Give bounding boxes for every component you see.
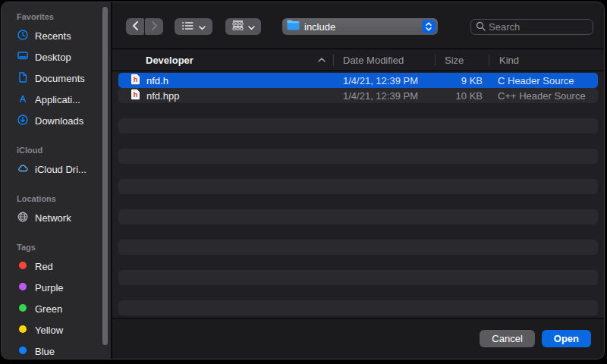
- column-label: Date Modified: [343, 55, 404, 66]
- cloud-icon: [17, 162, 29, 177]
- dialog-footer: Cancel Open: [112, 318, 604, 359]
- tag-dot-purple-icon: [17, 281, 29, 295]
- search-input[interactable]: [489, 21, 580, 33]
- sidebar-item-desktop[interactable]: Desktop: [2, 46, 111, 67]
- open-button[interactable]: Open: [542, 330, 591, 347]
- downloads-icon: [17, 114, 29, 128]
- empty-row: [112, 300, 604, 315]
- chevron-down-icon: [248, 21, 255, 33]
- empty-row: [112, 240, 604, 255]
- clock-icon: [17, 29, 29, 43]
- open-file-dialog: Favorites Recents Desktop Documents Appl…: [1, 2, 605, 359]
- popup-stepper-icon: [422, 20, 436, 33]
- column-header-name[interactable]: Developer: [112, 55, 333, 66]
- empty-row: [112, 209, 604, 224]
- sidebar-section-icloud: iCloud: [17, 143, 111, 157]
- toolbar: include: [112, 2, 604, 49]
- sidebar-section-locations: Locations: [17, 192, 111, 206]
- sidebar-item-label: Red: [35, 261, 53, 272]
- globe-icon: [17, 211, 29, 225]
- cancel-button[interactable]: Cancel: [480, 330, 534, 347]
- svg-text:h: h: [134, 91, 138, 99]
- sidebar-section-tags: Tags: [17, 240, 111, 254]
- sort-ascending-icon: [318, 58, 326, 62]
- sidebar-item-tag-blue[interactable]: Blue: [2, 340, 111, 359]
- sidebar-item-label: Recents: [35, 30, 71, 42]
- sidebar-item-documents[interactable]: Documents: [2, 67, 111, 89]
- chevron-down-icon: [199, 21, 206, 33]
- table-header: Developer Date Modified Size Kind: [112, 49, 604, 71]
- group-view-icon: [232, 20, 244, 33]
- sidebar-item-label: Downloads: [35, 115, 83, 127]
- tag-dot-yellow-icon: [17, 323, 29, 337]
- sidebar-item-tag-purple[interactable]: Purple: [2, 277, 111, 298]
- sidebar-item-icloud-drive[interactable]: iCloud Dri...: [2, 158, 111, 180]
- empty-row: [112, 224, 604, 240]
- file-row-nfd-hpp[interactable]: h nfd.hpp 1/4/21, 12:39 PM 10 KB C++ Hea…: [112, 88, 604, 103]
- empty-row: [112, 255, 604, 270]
- empty-row: [112, 149, 604, 164]
- sidebar-item-label: Applicati...: [35, 94, 80, 105]
- chevron-left-icon: [132, 21, 139, 33]
- sidebar-item-network[interactable]: Network: [2, 207, 111, 228]
- file-date-modified: 1/4/21, 12:39 PM: [333, 75, 434, 86]
- h-header-file-icon: h: [131, 74, 140, 87]
- forward-button[interactable]: [145, 18, 163, 35]
- sidebar-item-downloads[interactable]: Downloads: [2, 110, 111, 131]
- file-date-modified: 1/4/21, 12:39 PM: [333, 90, 434, 102]
- folder-icon: [287, 20, 300, 33]
- sidebar-scrollbar[interactable]: [102, 7, 108, 345]
- back-button[interactable]: [126, 18, 144, 35]
- sidebar-item-label: iCloud Dri...: [35, 164, 86, 175]
- empty-row: [112, 118, 604, 133]
- svg-text:h: h: [134, 76, 138, 83]
- empty-row: [112, 179, 604, 194]
- tag-dot-red-icon: [17, 259, 29, 274]
- search-field[interactable]: [470, 19, 593, 35]
- file-list: h nfd.h 1/4/21, 12:39 PM 9 KB C Header S…: [112, 73, 604, 319]
- sidebar-item-label: Documents: [35, 73, 85, 84]
- file-row-nfd-h[interactable]: h nfd.h 1/4/21, 12:39 PM 9 KB C Header S…: [112, 73, 604, 88]
- sidebar: Favorites Recents Desktop Documents Appl…: [2, 2, 111, 359]
- sidebar-item-label: Blue: [35, 346, 55, 357]
- empty-row: [112, 194, 604, 209]
- sidebar-item-label: Yellow: [35, 325, 63, 336]
- sidebar-item-label: Purple: [35, 282, 64, 293]
- file-name: nfd.h: [146, 75, 168, 86]
- file-kind: C++ Header Source: [487, 90, 604, 102]
- file-size: 10 KB: [434, 90, 487, 102]
- column-header-size[interactable]: Size: [436, 55, 489, 66]
- empty-row: [112, 270, 604, 285]
- sidebar-item-tag-red[interactable]: Red: [2, 256, 111, 277]
- empty-row: [112, 285, 604, 300]
- sidebar-section-favorites: Favorites: [17, 10, 111, 24]
- sidebar-item-label: Desktop: [35, 52, 71, 63]
- desktop-icon: [17, 50, 29, 64]
- appstore-icon: [17, 93, 29, 107]
- sidebar-item-recents[interactable]: Recents: [2, 25, 111, 46]
- column-label: Kind: [499, 55, 519, 66]
- location-popup[interactable]: include: [282, 18, 438, 35]
- file-size: 9 KB: [434, 75, 487, 86]
- list-view-icon: [182, 21, 193, 33]
- empty-row: [112, 164, 604, 179]
- column-label: Developer: [146, 55, 193, 66]
- column-label: Size: [445, 55, 464, 66]
- sidebar-item-tag-yellow[interactable]: Yellow: [2, 319, 111, 340]
- chevron-right-icon: [151, 21, 158, 33]
- main-area: include Developer Date Modified Size: [112, 2, 604, 359]
- column-header-kind[interactable]: Kind: [489, 55, 604, 66]
- tag-dot-blue-icon: [17, 344, 29, 359]
- sidebar-item-tag-green[interactable]: Green: [2, 298, 111, 319]
- search-icon: [476, 20, 486, 34]
- document-icon: [17, 71, 29, 86]
- file-name: nfd.hpp: [146, 90, 179, 102]
- sidebar-item-label: Green: [35, 303, 62, 315]
- sidebar-item-applications[interactable]: Applicati...: [2, 89, 111, 110]
- list-view-button[interactable]: [175, 18, 212, 35]
- empty-row: [112, 103, 604, 118]
- column-header-date-modified[interactable]: Date Modified: [334, 55, 435, 66]
- sidebar-item-label: Network: [35, 212, 71, 224]
- tag-dot-green-icon: [17, 302, 29, 316]
- group-view-button[interactable]: [225, 18, 261, 35]
